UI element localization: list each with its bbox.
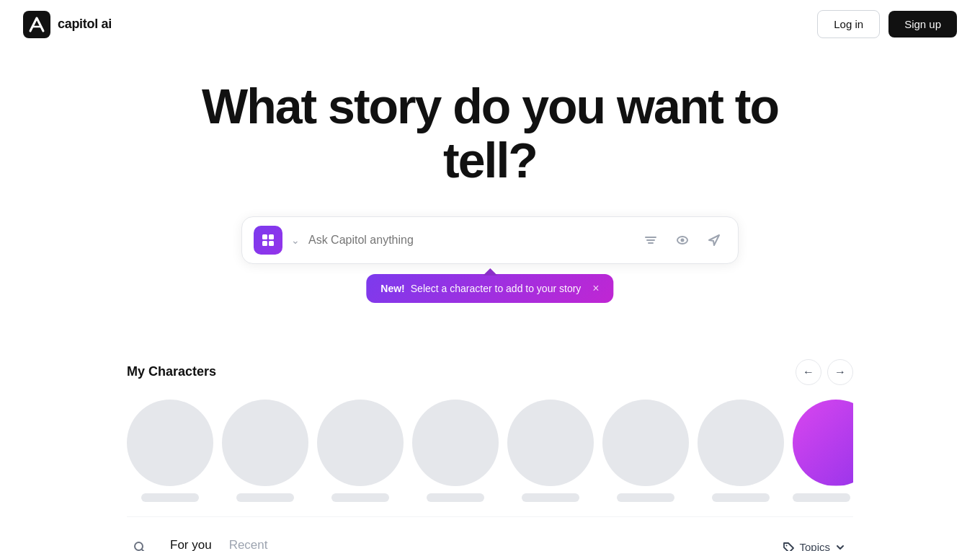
logo-icon (23, 11, 50, 38)
svg-rect-4 (269, 241, 274, 246)
hero-title: What story do you want to tell? (166, 79, 814, 188)
section-divider (127, 516, 853, 517)
tabs-section: For you Recent Topics (0, 534, 980, 551)
characters-prev-button[interactable]: ← (796, 359, 821, 385)
topics-label: Topics (799, 541, 830, 551)
characters-nav: ← → (796, 359, 853, 385)
list-item[interactable] (793, 400, 853, 502)
avatar (412, 400, 499, 486)
list-item[interactable] (698, 400, 784, 502)
tooltip-close-button[interactable]: × (592, 283, 599, 294)
list-item[interactable] (412, 400, 499, 502)
svg-rect-3 (262, 241, 267, 246)
avatar (507, 400, 594, 486)
svg-rect-0 (23, 11, 50, 38)
tab-recent[interactable]: Recent (229, 538, 268, 551)
avatar (222, 400, 308, 486)
character-name-bar (236, 493, 294, 502)
eye-icon (675, 233, 690, 247)
svg-rect-2 (269, 234, 274, 239)
character-name-bar (331, 493, 389, 502)
tab-search-button[interactable] (127, 534, 153, 551)
character-name-bar (141, 493, 199, 502)
list-item[interactable] (127, 400, 213, 502)
character-name-bar (712, 493, 770, 502)
search-input[interactable] (308, 234, 633, 247)
log-in-button[interactable]: Log in (817, 10, 880, 38)
character-name-bar (427, 493, 484, 502)
svg-point-6 (681, 238, 685, 242)
search-icon (133, 540, 147, 551)
send-icon (707, 233, 721, 247)
chevron-down-icon (834, 542, 846, 551)
characters-next-button[interactable]: → (827, 359, 853, 385)
main-content: What story do you want to tell? ⌄ (0, 0, 980, 551)
search-actions (638, 228, 726, 252)
tooltip-message: Select a character to add to your story (411, 283, 582, 294)
avatar (793, 400, 853, 486)
search-icon-btn[interactable] (254, 226, 282, 255)
list-item[interactable] (222, 400, 308, 502)
search-container: ⌄ (241, 216, 739, 264)
characters-scroll (127, 400, 853, 516)
characters-header: My Characters ← → (127, 359, 853, 385)
character-name-bar (617, 493, 674, 502)
search-chevron-icon[interactable]: ⌄ (288, 232, 303, 249)
tag-icon (782, 541, 795, 551)
list-item[interactable] (507, 400, 594, 502)
header-actions: Log in Sign up (817, 10, 957, 38)
list-item[interactable] (602, 400, 689, 502)
grid-icon (261, 233, 275, 247)
tooltip-new-badge: New! (380, 283, 404, 294)
tabs-header: For you Recent Topics (127, 534, 853, 551)
characters-section: My Characters ← → (0, 336, 980, 516)
avatar (602, 400, 689, 486)
tabs-left: For you Recent (127, 534, 268, 551)
list-item[interactable] (317, 400, 404, 502)
character-name-bar (793, 493, 850, 502)
logo-text: capitol ai (58, 17, 112, 32)
characters-section-title: My Characters (127, 364, 216, 379)
character-name-bar (522, 493, 579, 502)
eye-icon-button[interactable] (670, 228, 695, 252)
avatar (127, 400, 213, 486)
format-icon (643, 233, 658, 247)
tab-for-you[interactable]: For you (170, 538, 212, 551)
header: capitol ai Log in Sign up (0, 0, 980, 48)
format-icon-button[interactable] (638, 228, 663, 252)
svg-point-8 (786, 545, 788, 546)
logo[interactable]: capitol ai (23, 11, 112, 38)
search-bar: ⌄ (241, 216, 739, 264)
send-button[interactable] (702, 228, 726, 252)
svg-rect-1 (262, 234, 267, 239)
tooltip-popup: New! Select a character to add to your s… (366, 274, 613, 303)
avatar (698, 400, 784, 486)
avatar (317, 400, 404, 486)
topics-button[interactable]: Topics (775, 537, 853, 551)
sign-up-button[interactable]: Sign up (888, 11, 957, 38)
